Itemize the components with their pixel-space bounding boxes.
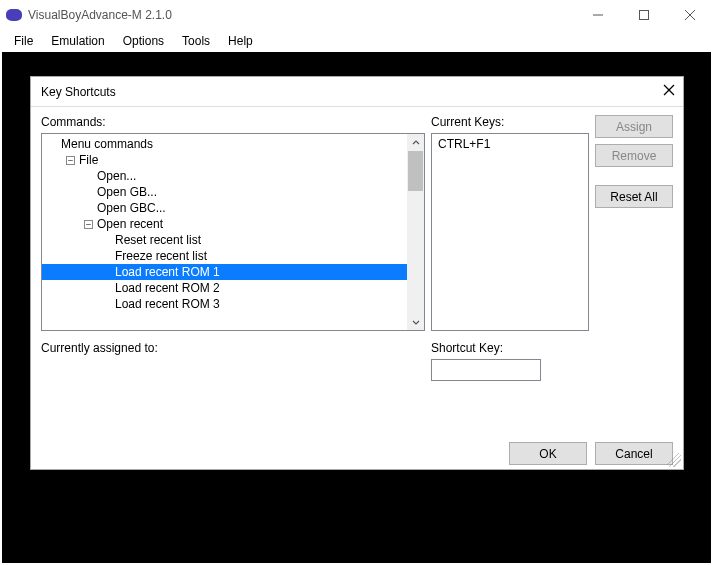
resize-grip-icon[interactable]: [667, 453, 681, 467]
menu-help[interactable]: Help: [220, 32, 261, 50]
cancel-button[interactable]: Cancel: [595, 442, 673, 465]
tree-item[interactable]: −Open recent: [42, 216, 407, 232]
assign-button[interactable]: Assign: [595, 115, 673, 138]
commands-scrollbar[interactable]: [407, 134, 424, 330]
tree-item[interactable]: Menu commands: [42, 136, 407, 152]
remove-button[interactable]: Remove: [595, 144, 673, 167]
tree-item-label: Menu commands: [61, 136, 153, 152]
scroll-down-icon[interactable]: [407, 313, 424, 330]
tree-item[interactable]: Load recent ROM 1: [42, 264, 407, 280]
ok-button[interactable]: OK: [509, 442, 587, 465]
tree-item-label: Open recent: [97, 216, 163, 232]
tree-item[interactable]: −File: [42, 152, 407, 168]
tree-item[interactable]: Open GBC...: [42, 200, 407, 216]
tree-item-label: Open GBC...: [97, 200, 166, 216]
tree-item[interactable]: Reset recent list: [42, 232, 407, 248]
dialog-close-button[interactable]: [663, 84, 675, 99]
current-key-item[interactable]: CTRL+F1: [438, 137, 582, 151]
menu-tools[interactable]: Tools: [174, 32, 218, 50]
tree-item-label: File: [79, 152, 98, 168]
key-shortcuts-dialog: Key Shortcuts Commands: Menu commands−Fi…: [30, 76, 684, 470]
menubar: File Emulation Options Tools Help: [0, 30, 713, 52]
commands-tree[interactable]: Menu commands−FileOpen...Open GB...Open …: [41, 133, 425, 331]
currently-assigned-label: Currently assigned to:: [41, 341, 425, 355]
shortcut-key-label: Shortcut Key:: [431, 341, 673, 355]
dialog-title: Key Shortcuts: [41, 85, 116, 99]
svg-rect-1: [640, 11, 649, 20]
tree-item-label: Load recent ROM 3: [115, 296, 220, 312]
window-maximize-button[interactable]: [621, 0, 667, 30]
reset-all-button[interactable]: Reset All: [595, 185, 673, 208]
tree-item-label: Reset recent list: [115, 232, 201, 248]
tree-item-label: Freeze recent list: [115, 248, 207, 264]
window-close-button[interactable]: [667, 0, 713, 30]
collapse-icon[interactable]: −: [66, 156, 75, 165]
tree-item[interactable]: Open GB...: [42, 184, 407, 200]
commands-label: Commands:: [41, 115, 425, 129]
tree-item-label: Load recent ROM 2: [115, 280, 220, 296]
menu-options[interactable]: Options: [115, 32, 172, 50]
tree-item[interactable]: Freeze recent list: [42, 248, 407, 264]
menu-file[interactable]: File: [6, 32, 41, 50]
tree-item[interactable]: Load recent ROM 3: [42, 296, 407, 312]
menu-emulation[interactable]: Emulation: [43, 32, 112, 50]
tree-item-label: Open...: [97, 168, 136, 184]
app-icon: [6, 9, 22, 21]
dialog-titlebar: Key Shortcuts: [31, 77, 683, 107]
window-titlebar: VisualBoyAdvance-M 2.1.0: [0, 0, 713, 30]
tree-item[interactable]: Open...: [42, 168, 407, 184]
current-keys-label: Current Keys:: [431, 115, 589, 129]
tree-item-label: Open GB...: [97, 184, 157, 200]
window-title: VisualBoyAdvance-M 2.1.0: [28, 8, 172, 22]
current-keys-list[interactable]: CTRL+F1: [431, 133, 589, 331]
collapse-icon[interactable]: −: [84, 220, 93, 229]
shortcut-key-input[interactable]: [431, 359, 541, 381]
scroll-thumb[interactable]: [408, 151, 423, 191]
window-minimize-button[interactable]: [575, 0, 621, 30]
tree-item-label: Load recent ROM 1: [115, 264, 220, 280]
tree-item[interactable]: Load recent ROM 2: [42, 280, 407, 296]
scroll-up-icon[interactable]: [407, 134, 424, 151]
